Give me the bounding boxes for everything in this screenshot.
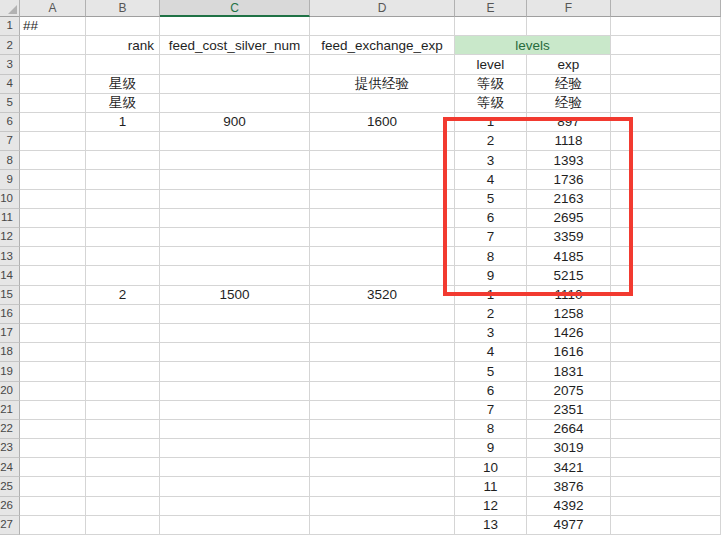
cell-B14[interactable] bbox=[86, 266, 160, 285]
cell-D19[interactable] bbox=[310, 362, 455, 381]
cell-G17[interactable] bbox=[611, 324, 721, 343]
cell-A17[interactable] bbox=[20, 324, 86, 343]
cell-F9[interactable]: 1736 bbox=[527, 170, 611, 189]
cell-B16[interactable] bbox=[86, 305, 160, 324]
cell-F3[interactable]: exp bbox=[527, 55, 611, 74]
row-header-5[interactable]: 5 bbox=[0, 94, 20, 113]
cell-E7[interactable]: 2 bbox=[455, 132, 527, 151]
row-header-12[interactable]: 12 bbox=[0, 228, 20, 247]
cell-B27[interactable] bbox=[86, 516, 160, 535]
cell-E27[interactable]: 13 bbox=[455, 516, 527, 535]
cell-D25[interactable] bbox=[310, 477, 455, 496]
cell-A18[interactable] bbox=[20, 343, 86, 362]
cell-D13[interactable] bbox=[310, 247, 455, 266]
cell-C18[interactable] bbox=[160, 343, 310, 362]
cell-F16[interactable]: 1258 bbox=[527, 305, 611, 324]
row-header-8[interactable]: 8 bbox=[0, 151, 20, 170]
cell-G9[interactable] bbox=[611, 170, 721, 189]
cell-G7[interactable] bbox=[611, 132, 721, 151]
cell-B10[interactable] bbox=[86, 190, 160, 209]
cell-C26[interactable] bbox=[160, 497, 310, 516]
row-header-9[interactable]: 9 bbox=[0, 170, 20, 189]
column-header-C[interactable]: C bbox=[160, 0, 310, 17]
cell-F19[interactable]: 1831 bbox=[527, 362, 611, 381]
cell-D1[interactable] bbox=[310, 17, 455, 36]
cell-F13[interactable]: 4185 bbox=[527, 247, 611, 266]
merged-cell-levels[interactable]: levels bbox=[455, 36, 611, 55]
cell-D4[interactable]: 提供经验 bbox=[310, 75, 455, 94]
cell-G1[interactable] bbox=[611, 17, 721, 36]
cell-F15[interactable]: 1110 bbox=[527, 286, 611, 305]
select-all-button[interactable] bbox=[0, 0, 20, 17]
cell-A24[interactable] bbox=[20, 458, 86, 477]
cell-G16[interactable] bbox=[611, 305, 721, 324]
cell-A21[interactable] bbox=[20, 401, 86, 420]
cell-C5[interactable] bbox=[160, 94, 310, 113]
cell-E20[interactable]: 6 bbox=[455, 382, 527, 401]
cell-C23[interactable] bbox=[160, 439, 310, 458]
cell-E12[interactable]: 7 bbox=[455, 228, 527, 247]
cell-D6[interactable]: 1600 bbox=[310, 113, 455, 132]
cell-F1[interactable] bbox=[527, 17, 611, 36]
cell-E14[interactable]: 9 bbox=[455, 266, 527, 285]
cell-B13[interactable] bbox=[86, 247, 160, 266]
cell-A25[interactable] bbox=[20, 477, 86, 496]
cell-D11[interactable] bbox=[310, 209, 455, 228]
column-header-A[interactable]: A bbox=[20, 0, 86, 17]
cell-D10[interactable] bbox=[310, 190, 455, 209]
cell-C20[interactable] bbox=[160, 382, 310, 401]
row-header-4[interactable]: 4 bbox=[0, 75, 20, 94]
cell-B26[interactable] bbox=[86, 497, 160, 516]
cell-E8[interactable]: 3 bbox=[455, 151, 527, 170]
row-header-26[interactable]: 26 bbox=[0, 497, 20, 516]
cell-D3[interactable] bbox=[310, 55, 455, 74]
cell-G21[interactable] bbox=[611, 401, 721, 420]
cell-D18[interactable] bbox=[310, 343, 455, 362]
column-header-D[interactable]: D bbox=[310, 0, 455, 17]
cell-E3[interactable]: level bbox=[455, 55, 527, 74]
cell-C8[interactable] bbox=[160, 151, 310, 170]
cell-D9[interactable] bbox=[310, 170, 455, 189]
cell-F21[interactable]: 2351 bbox=[527, 401, 611, 420]
cell-C3[interactable] bbox=[160, 55, 310, 74]
cell-E9[interactable]: 4 bbox=[455, 170, 527, 189]
row-header-13[interactable]: 13 bbox=[0, 247, 20, 266]
cell-F20[interactable]: 2075 bbox=[527, 382, 611, 401]
cell-C15[interactable]: 1500 bbox=[160, 286, 310, 305]
cell-B2[interactable]: rank bbox=[86, 36, 160, 55]
cell-F24[interactable]: 3421 bbox=[527, 458, 611, 477]
cell-A10[interactable] bbox=[20, 190, 86, 209]
row-header-19[interactable]: 19 bbox=[0, 362, 20, 381]
cell-C10[interactable] bbox=[160, 190, 310, 209]
cell-G23[interactable] bbox=[611, 439, 721, 458]
cell-A22[interactable] bbox=[20, 420, 86, 439]
cell-B20[interactable] bbox=[86, 382, 160, 401]
cell-E23[interactable]: 9 bbox=[455, 439, 527, 458]
cell-C12[interactable] bbox=[160, 228, 310, 247]
cell-C4[interactable] bbox=[160, 75, 310, 94]
cell-C24[interactable] bbox=[160, 458, 310, 477]
row-header-6[interactable]: 6 bbox=[0, 113, 20, 132]
cell-B11[interactable] bbox=[86, 209, 160, 228]
cell-F8[interactable]: 1393 bbox=[527, 151, 611, 170]
row-header-25[interactable]: 25 bbox=[0, 477, 20, 496]
cell-E18[interactable]: 4 bbox=[455, 343, 527, 362]
cell-A7[interactable] bbox=[20, 132, 86, 151]
cell-A6[interactable] bbox=[20, 113, 86, 132]
cell-A2[interactable] bbox=[20, 36, 86, 55]
cell-C1[interactable] bbox=[160, 17, 310, 36]
cell-D8[interactable] bbox=[310, 151, 455, 170]
cell-C6[interactable]: 900 bbox=[160, 113, 310, 132]
cell-D15[interactable]: 3520 bbox=[310, 286, 455, 305]
cell-G2[interactable] bbox=[611, 36, 721, 55]
cell-F5[interactable]: 经验 bbox=[527, 94, 611, 113]
cell-E26[interactable]: 12 bbox=[455, 497, 527, 516]
cell-D17[interactable] bbox=[310, 324, 455, 343]
cell-C14[interactable] bbox=[160, 266, 310, 285]
cell-E19[interactable]: 5 bbox=[455, 362, 527, 381]
cell-G11[interactable] bbox=[611, 209, 721, 228]
cell-D27[interactable] bbox=[310, 516, 455, 535]
row-header-18[interactable]: 18 bbox=[0, 343, 20, 362]
cell-A20[interactable] bbox=[20, 382, 86, 401]
cell-G6[interactable] bbox=[611, 113, 721, 132]
